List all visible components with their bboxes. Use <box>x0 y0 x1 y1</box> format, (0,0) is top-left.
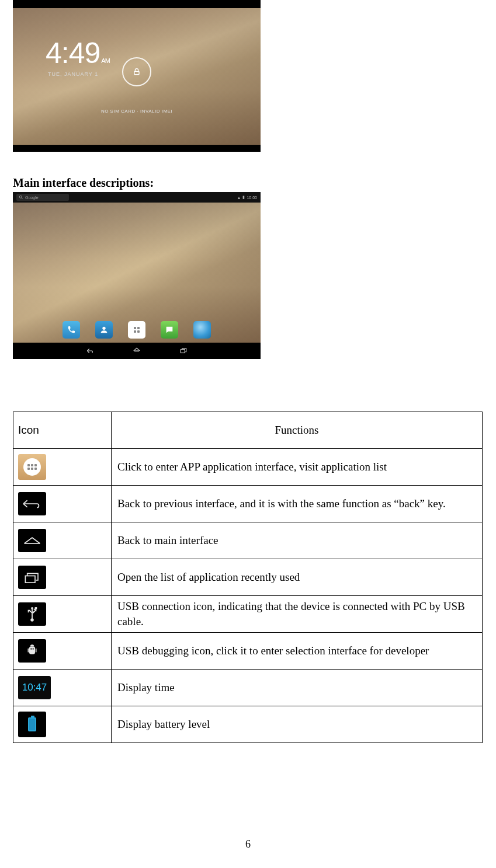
func-text: Back to previous interface, and it is wi… <box>112 486 483 522</box>
search-box[interactable]: Google <box>16 194 69 201</box>
usb-debug-icon <box>18 639 46 663</box>
svg-rect-10 <box>35 607 37 609</box>
section-heading: Main interface descriptions: <box>13 176 483 190</box>
contacts-icon[interactable] <box>95 321 113 339</box>
apps-launcher-icon[interactable] <box>128 321 145 339</box>
recents-icon <box>18 566 46 589</box>
time-icon: 10:47 <box>18 676 51 699</box>
func-text: USB connection icon, indicating that the… <box>112 596 483 633</box>
table-row: USB debugging icon, click it to enter se… <box>13 633 483 670</box>
phone-icon[interactable] <box>63 321 80 339</box>
table-row: USB connection icon, indicating that the… <box>13 596 483 633</box>
signal-icon: ▲ <box>237 196 241 200</box>
table-row: Back to main interface <box>13 522 483 559</box>
battery-mini-icon: ▮ <box>242 195 245 200</box>
recents-nav-icon[interactable] <box>178 347 189 355</box>
svg-rect-3 <box>135 351 139 351</box>
func-text: Click to enter APP application interface… <box>112 449 483 486</box>
svg-rect-14 <box>28 649 29 653</box>
svg-point-9 <box>30 618 34 622</box>
svg-point-12 <box>30 649 32 650</box>
table-header-row: Icon Functions <box>13 412 483 449</box>
clock-date: TUE, JANUARY 1 <box>48 71 98 77</box>
header-icon: Icon <box>13 412 112 449</box>
func-text: Display time <box>112 670 483 706</box>
nav-bar <box>13 145 261 152</box>
usb-icon <box>18 602 46 626</box>
top-bar: Google ▲ ▮ 10:00 <box>13 192 261 203</box>
page-number: 6 <box>245 838 251 850</box>
clock-ampm: AM <box>101 57 110 64</box>
apps-icon <box>18 454 46 480</box>
func-text: USB debugging icon, click it to enter se… <box>112 633 483 670</box>
clock-time: 4:49 <box>46 37 100 69</box>
table-row: Open the list of application recently us… <box>13 559 483 596</box>
icon-functions-table: Icon Functions Click to enter APP applic… <box>13 412 483 743</box>
svg-point-1 <box>19 196 22 198</box>
svg-rect-0 <box>134 71 139 74</box>
messaging-icon[interactable] <box>161 321 178 339</box>
svg-point-2 <box>102 327 105 330</box>
func-text: Display battery level <box>112 706 483 743</box>
lock-icon[interactable] <box>122 57 151 86</box>
sim-status: NO SIM CARD · INVALID IMEI <box>101 109 172 114</box>
battery-icon <box>18 712 46 737</box>
func-text: Back to main interface <box>112 522 483 559</box>
lockscreen-image: 4:49AM TUE, JANUARY 1 NO SIM CARD · INVA… <box>13 0 261 152</box>
svg-rect-11 <box>29 647 35 654</box>
back-icon <box>18 492 46 515</box>
status-time: 10:00 <box>247 196 257 200</box>
svg-rect-6 <box>25 576 35 583</box>
table-row: Back to previous interface, and it is wi… <box>13 486 483 522</box>
browser-icon[interactable] <box>193 321 211 339</box>
homescreen-image: Google ▲ ▮ 10:00 <box>13 192 261 359</box>
dock <box>13 317 261 343</box>
home-nav-icon[interactable] <box>131 347 143 355</box>
svg-point-13 <box>33 649 34 650</box>
table-row: Click to enter APP application interface… <box>13 449 483 486</box>
table-row: Display battery level <box>13 706 483 743</box>
svg-rect-4 <box>181 350 185 353</box>
header-functions: Functions <box>112 412 483 449</box>
back-nav-icon[interactable] <box>84 347 96 355</box>
home-icon <box>18 529 46 552</box>
clock: 4:49AM <box>46 41 110 66</box>
search-placeholder: Google <box>25 196 39 200</box>
svg-rect-15 <box>36 649 37 653</box>
system-nav-bar <box>13 343 261 359</box>
func-text: Open the list of application recently us… <box>112 559 483 596</box>
table-row: 10:47 Display time <box>13 670 483 706</box>
status-bar <box>13 0 261 8</box>
